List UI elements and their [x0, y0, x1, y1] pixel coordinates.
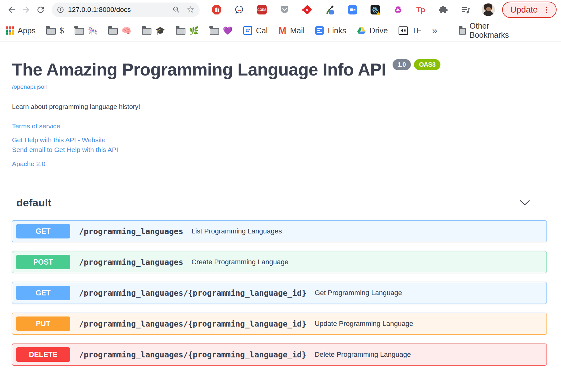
method-badge: GET [16, 224, 70, 238]
folder-icon [46, 28, 56, 35]
cors-icon[interactable]: CORS [257, 5, 267, 15]
url-text[interactable]: 127.0.0.1:8000/docs [68, 6, 172, 14]
reload-icon [36, 5, 45, 14]
links-list-icon [315, 26, 324, 35]
toggl-icon[interactable]: Tp [416, 5, 426, 15]
endpoint-summary: Create Programming Language [191, 258, 288, 266]
bookmark-label: Drive [370, 26, 388, 35]
google-calendar-icon: 27 [243, 26, 252, 35]
bookmark-folder-dollar[interactable]: $ [46, 26, 64, 35]
apps-label: Apps [18, 26, 36, 35]
forward-arrow-icon [21, 5, 31, 14]
endpoint-path: /programming_languages [79, 258, 183, 267]
method-badge: PUT [16, 316, 70, 331]
browser-toolbar: 127.0.0.1:8000/docs ☆ CORS ➤ [0, 0, 561, 20]
folder-label: 💜 [223, 26, 233, 35]
bookmark-folder-heart[interactable]: 💜 [210, 26, 233, 35]
update-label: Update [510, 5, 538, 15]
bookmark-label: TF [412, 26, 422, 35]
email-help-link[interactable]: Send email to Get Help with this API [12, 145, 547, 154]
endpoint-row-put-update[interactable]: PUT /programming_languages/{programming_… [12, 313, 547, 335]
openapi-json-link[interactable]: /openapi.json [12, 83, 48, 90]
chevron-down-icon[interactable] [519, 200, 530, 206]
color-eyedropper-icon[interactable] [325, 5, 335, 15]
forward-button[interactable] [19, 3, 33, 17]
endpoint-row-post-create[interactable]: POST /programming_languages Create Progr… [12, 251, 547, 273]
oas3-badge: OAS3 [414, 59, 440, 70]
endpoint-row-delete[interactable]: DELETE /programming_languages/{programmi… [12, 344, 547, 366]
react-devtools-icon[interactable] [370, 5, 380, 15]
folder-label: 🎓 [155, 26, 165, 35]
bookmark-folder-carousel[interactable]: 🎠 [75, 26, 98, 35]
api-title-text: The Amazing Programming Language Info AP… [12, 59, 386, 80]
bookmark-calendar[interactable]: 27 Cal [243, 26, 268, 35]
bookmark-folder-herb[interactable]: 🌿 [176, 26, 199, 35]
folder-icon [210, 28, 219, 35]
bookmark-mail[interactable]: M Mail [278, 26, 304, 35]
endpoint-row-get-one[interactable]: GET /programming_languages/{programming_… [12, 282, 547, 304]
folder-icon [142, 28, 151, 35]
website-help-link[interactable]: Get Help with this API - Website [12, 135, 547, 145]
license-link[interactable]: Apache 2.0 [12, 160, 45, 168]
tf-speaker-icon [399, 26, 408, 35]
title-badges: 1.0 OAS3 [393, 59, 441, 70]
folder-label: 🧠 [122, 26, 131, 35]
bookmark-label: Cal [256, 26, 268, 35]
bookmark-label: Links [328, 26, 346, 35]
chat-bubble-icon[interactable] [234, 5, 244, 15]
bookmark-tf[interactable]: TF [399, 26, 422, 35]
terms-of-service-link[interactable]: Terms of service [12, 122, 60, 130]
folder-icon [108, 28, 118, 35]
tag-section-header[interactable]: default [12, 197, 547, 216]
folder-label: 🎠 [88, 26, 98, 35]
endpoint-path: /programming_languages/{programming_lang… [79, 288, 306, 298]
adblock-stop-hand-icon[interactable] [212, 5, 222, 15]
swagger-docs-page: The Amazing Programming Language Info AP… [0, 42, 561, 366]
gmail-icon: M [278, 26, 286, 35]
endpoint-list: GET /programming_languages List Programm… [12, 220, 547, 366]
profile-avatar[interactable] [482, 3, 495, 16]
endpoint-summary: Get Programming Language [314, 289, 402, 297]
endpoint-summary: List Programming Languages [191, 227, 282, 235]
method-badge: DELETE [16, 347, 70, 362]
url-bar[interactable]: 127.0.0.1:8000/docs ☆ [52, 3, 200, 17]
bookmarks-overflow-chevron[interactable]: » [432, 25, 438, 36]
folder-label: $ [60, 26, 64, 35]
bookmark-links[interactable]: Links [315, 26, 346, 35]
bookmark-folder-graduation[interactable]: 🎓 [142, 26, 165, 35]
apps-shortcut[interactable]: Apps [6, 26, 36, 35]
back-button[interactable] [4, 3, 19, 17]
chrome-update-button[interactable]: Update ⋮ [502, 2, 557, 18]
recycle-icon[interactable]: ♻ [393, 5, 403, 15]
kebab-menu-icon[interactable]: ⋮ [543, 6, 550, 14]
bookmark-folder-brain[interactable]: 🧠 [108, 26, 131, 35]
reload-button[interactable] [33, 3, 48, 17]
other-bookmarks-label: Other Bookmarks [470, 21, 512, 40]
endpoint-summary: Update Programming Language [314, 320, 413, 328]
other-bookmarks[interactable]: Other Bookmarks [459, 21, 512, 40]
version-badge: 1.0 [393, 59, 411, 70]
method-badge: POST [16, 255, 70, 269]
zoom-out-icon[interactable] [172, 6, 180, 14]
apps-grid-icon [6, 26, 14, 35]
endpoint-path: /programming_languages [79, 227, 183, 236]
zoom-camera-icon[interactable] [348, 5, 358, 15]
folder-label: 🌿 [189, 26, 199, 35]
endpoint-summary: Delete Programming Language [314, 350, 411, 359]
bookmark-label: Mail [290, 26, 304, 35]
bookmark-drive[interactable]: Drive [357, 26, 388, 35]
folder-icon [75, 28, 84, 35]
page-title: The Amazing Programming Language Info AP… [12, 59, 547, 80]
api-description: Learn about programming language history… [12, 103, 547, 110]
google-drive-icon [357, 26, 366, 35]
star-bookmark-icon[interactable]: ☆ [187, 5, 195, 14]
method-badge: GET [16, 286, 70, 300]
bookmarks-bar: Apps $ 🎠 🧠 🎓 🌿 💜 27 Cal M Mail Links [0, 20, 561, 42]
music-queue-icon[interactable] [461, 5, 471, 15]
extensions-area: CORS ➤ [212, 5, 471, 15]
share-diamond-icon[interactable]: ➤ [302, 5, 312, 15]
puzzle-extensions-icon[interactable] [438, 5, 448, 15]
info-icon[interactable] [57, 6, 64, 14]
pocket-icon[interactable] [280, 5, 290, 15]
endpoint-row-get-list[interactable]: GET /programming_languages List Programm… [12, 220, 547, 242]
